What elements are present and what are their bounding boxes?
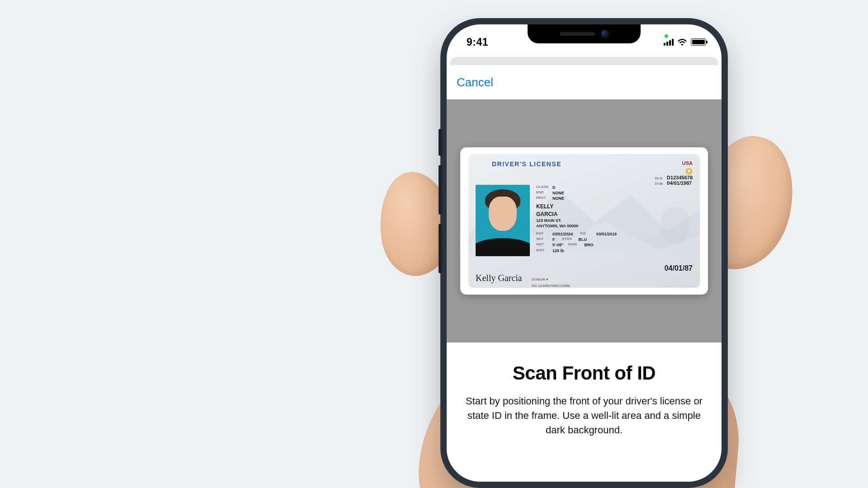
cellular-icon [664, 38, 674, 46]
id-exp-label: EXP [536, 231, 551, 237]
id-dln-value: D12345678 [667, 175, 693, 180]
id-eyes-label: EYES [562, 237, 577, 242]
camera-active-indicator-icon [665, 34, 668, 38]
device-notch [528, 24, 641, 43]
id-sex-value: F [552, 237, 555, 242]
id-hgt-value: 5'-08" [552, 242, 563, 248]
id-signature: Kelly Garcia [476, 273, 522, 283]
id-lastname: KELLY [536, 203, 693, 210]
id-dln-label: DLN [655, 176, 666, 180]
id-dob-label: DOB [655, 182, 666, 186]
id-address-line2: ANYTOWN, WA 00000 [536, 223, 693, 229]
iphone-device-frame: 9:41 Cancel [440, 18, 728, 488]
instructions-panel: Scan Front of ID Start by positioning th… [447, 343, 722, 482]
id-iss-label: ISS [580, 231, 594, 237]
instructions-title: Scan Front of ID [465, 362, 703, 384]
real-id-star-icon [685, 168, 693, 175]
id-rest-value: NONE [552, 196, 564, 201]
camera-scan-viewport: DRIVER'S LICENSE USA [447, 99, 722, 343]
cancel-button[interactable]: Cancel [457, 75, 493, 89]
id-title: DRIVER'S LICENSE [492, 160, 561, 168]
id-address-line1: 123 MAIN ST. [536, 218, 693, 223]
background-sheet-hint [450, 57, 718, 66]
id-iss-value: 03/01/2019 [596, 231, 617, 237]
id-firstname: GARCIA [536, 211, 693, 218]
id-scan-frame: DRIVER'S LICENSE USA [460, 147, 708, 295]
id-wgt-value: 125 lb [552, 248, 564, 253]
id-class-label: CLASS [536, 185, 551, 190]
id-big-date: 04/01/87 [665, 264, 693, 272]
status-time: 9:41 [467, 36, 488, 48]
id-rest-label: REST [536, 196, 551, 201]
id-dob-value: 04/01/1987 [667, 180, 692, 186]
id-photo [476, 185, 530, 256]
id-end-label: END [536, 190, 551, 196]
id-sex-label: SEX [536, 237, 551, 242]
id-exp-value: 03/01/2024 [552, 231, 573, 237]
id-hair-label: HAIR [568, 242, 582, 248]
id-country: USA [682, 160, 693, 166]
screen: 9:41 Cancel [447, 24, 722, 482]
modal-header: Cancel [447, 65, 722, 99]
id-class-value: D [552, 185, 556, 190]
id-wgt-label: WGT [536, 248, 551, 253]
instructions-body: Start by positioning the front of your d… [465, 394, 703, 437]
id-eyes-value: BLU [579, 237, 587, 242]
id-card-preview: DRIVER'S LICENSE USA [468, 154, 700, 288]
id-dd-label: DD [532, 284, 537, 288]
wifi-icon [677, 38, 687, 46]
id-dd-value: 1234567890123456 [538, 284, 570, 288]
id-hair-value: BRO [584, 242, 593, 248]
battery-icon [691, 38, 706, 46]
id-hgt-label: HGT [536, 242, 551, 248]
id-end-value: NONE [552, 190, 564, 196]
